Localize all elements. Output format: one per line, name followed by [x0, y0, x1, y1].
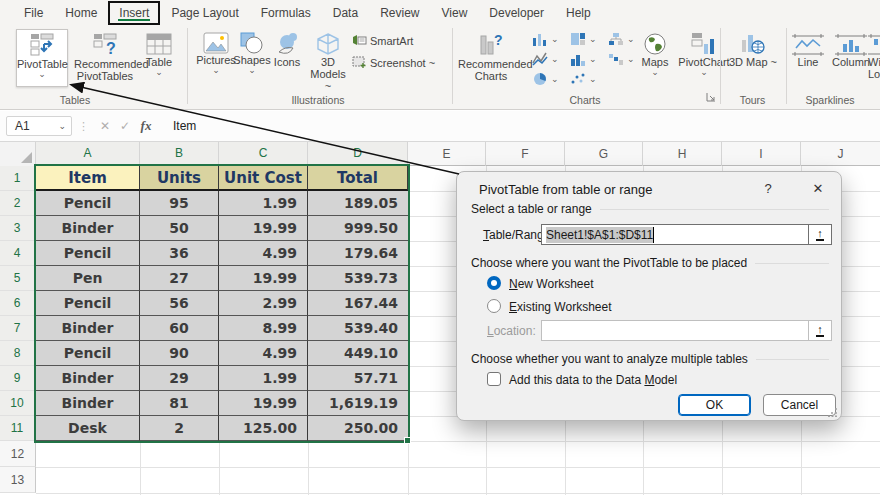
3d-models-button[interactable]: 3D Models ~ [306, 32, 350, 92]
tab-formulas[interactable]: Formulas [250, 2, 322, 24]
winloss-sparkline-button[interactable]: Win/ Loss [868, 34, 880, 80]
row-header[interactable]: 9 [0, 366, 36, 391]
units-cell[interactable]: 56 [140, 291, 219, 316]
cell-b1[interactable]: Units [140, 166, 219, 191]
new-worksheet-radio[interactable] [487, 276, 501, 290]
select-all-corner[interactable] [0, 142, 36, 166]
row-header[interactable]: 2 [0, 191, 36, 216]
pivotchart-button[interactable]: PivotChart ⌄ [678, 32, 730, 76]
fill-handle[interactable] [404, 437, 411, 444]
line-sparkline-button[interactable]: Line [790, 34, 826, 68]
unit-cost-cell[interactable]: 1.99 [219, 191, 308, 216]
unit-cost-cell[interactable]: 19.99 [219, 266, 308, 291]
enter-icon[interactable]: ✓ [115, 119, 135, 133]
total-cell[interactable]: 167.44 [308, 291, 408, 316]
treemap-chart-button[interactable]: ⌄ [570, 32, 597, 46]
waterfall-chart-button[interactable]: ⌄ [608, 52, 635, 66]
total-cell[interactable]: 179.64 [308, 241, 408, 266]
maps-button[interactable]: Maps ⌄ [636, 32, 674, 76]
cancel-icon[interactable]: ✕ [95, 119, 115, 133]
unit-cost-cell[interactable]: 4.99 [219, 241, 308, 266]
close-icon[interactable]: ✕ [805, 179, 831, 199]
units-cell[interactable]: 81 [140, 391, 219, 416]
tab-file[interactable]: File [13, 2, 54, 24]
tab-data[interactable]: Data [322, 2, 369, 24]
formula-input[interactable]: Item [173, 119, 196, 133]
screenshot-button[interactable]: Screenshot ~ [352, 56, 435, 69]
collapse-dialog-button[interactable]: ↑ [808, 224, 832, 245]
units-cell[interactable]: 60 [140, 316, 219, 341]
cell-a1[interactable]: Item [36, 166, 140, 191]
column-header-a[interactable]: A [36, 142, 140, 166]
row-header[interactable]: 4 [0, 241, 36, 266]
item-cell[interactable]: Pencil [36, 191, 140, 216]
column-header-f[interactable]: F [486, 142, 565, 166]
item-cell[interactable]: Binder [36, 216, 140, 241]
column-header-h[interactable]: H [643, 142, 722, 166]
tab-developer[interactable]: Developer [478, 2, 555, 24]
table-range-input[interactable]: Sheet1!$A$1:$D$11 [541, 224, 809, 245]
item-cell[interactable]: Binder [36, 366, 140, 391]
item-cell[interactable]: Binder [36, 391, 140, 416]
pivottable-button[interactable]: PivotTable ⌄ [17, 32, 67, 78]
hierarchy-chart-button[interactable]: ⌄ [608, 32, 635, 46]
item-cell[interactable]: Desk [36, 416, 140, 441]
row-header[interactable]: 5 [0, 266, 36, 291]
total-cell[interactable]: 250.00 [308, 416, 408, 441]
units-cell[interactable]: 27 [140, 266, 219, 291]
unit-cost-cell[interactable]: 125.00 [219, 416, 308, 441]
tab-insert[interactable]: Insert [108, 1, 160, 25]
histogram-chart-button[interactable]: ⌄ [570, 52, 597, 66]
item-cell[interactable]: Pen [36, 266, 140, 291]
total-cell[interactable]: 539.40 [308, 316, 408, 341]
column-header-b[interactable]: B [140, 142, 219, 166]
insert-function-icon[interactable]: fx [135, 118, 157, 134]
ok-button[interactable]: OK [678, 394, 751, 416]
column-header-d[interactable]: D [308, 142, 408, 166]
units-cell[interactable]: 2 [140, 416, 219, 441]
unit-cost-cell[interactable]: 2.99 [219, 291, 308, 316]
row-header[interactable]: 10 [0, 391, 36, 416]
total-cell[interactable]: 57.71 [308, 366, 408, 391]
unit-cost-cell[interactable]: 19.99 [219, 216, 308, 241]
existing-worksheet-radio[interactable] [487, 299, 501, 313]
total-cell[interactable]: 539.73 [308, 266, 408, 291]
row-header[interactable]: 1 [0, 166, 36, 191]
tab-page-layout[interactable]: Page Layout [160, 2, 249, 24]
charts-dialog-launcher-icon[interactable] [706, 92, 716, 102]
column-header-j[interactable]: J [801, 142, 880, 166]
resize-grip-icon[interactable] [828, 407, 838, 417]
line-or-scatter-chart-button[interactable]: ⌄ [532, 52, 559, 66]
units-cell[interactable]: 95 [140, 191, 219, 216]
scatter-chart-button[interactable]: ⌄ [570, 72, 597, 86]
tab-home[interactable]: Home [54, 2, 108, 24]
unit-cost-cell[interactable]: 1.99 [219, 366, 308, 391]
row-header[interactable]: 6 [0, 291, 36, 316]
column-header-i[interactable]: I [722, 142, 801, 166]
3d-map-button[interactable]: 3D Map ~ [728, 32, 778, 68]
name-box[interactable]: A1 ⌄ [6, 116, 72, 136]
total-cell[interactable]: 449.10 [308, 341, 408, 366]
cell-c1[interactable]: Unit Cost [219, 166, 308, 191]
item-cell[interactable]: Pencil [36, 241, 140, 266]
row-header[interactable]: 13 [0, 467, 36, 493]
row-header[interactable]: 7 [0, 316, 36, 341]
data-model-checkbox[interactable] [487, 372, 501, 386]
row-header[interactable]: 8 [0, 341, 36, 366]
total-cell[interactable]: 1,619.19 [308, 391, 408, 416]
units-cell[interactable]: 29 [140, 366, 219, 391]
recommended-charts-button[interactable]: ? Recommended Charts [458, 32, 524, 82]
units-cell[interactable]: 36 [140, 241, 219, 266]
icons-button[interactable]: Icons [268, 32, 306, 68]
column-header-c[interactable]: C [219, 142, 308, 166]
cancel-button[interactable]: Cancel [763, 394, 836, 416]
column-chart-button[interactable]: ⌄ [532, 32, 559, 46]
row-header[interactable]: 11 [0, 416, 36, 441]
table-button[interactable]: Table ⌄ [138, 32, 180, 76]
total-cell[interactable]: 189.05 [308, 191, 408, 216]
column-header-e[interactable]: E [408, 142, 486, 166]
item-cell[interactable]: Binder [36, 316, 140, 341]
recommended-pivottables-button[interactable]: ? Recommended PivotTables [74, 32, 136, 82]
unit-cost-cell[interactable]: 8.99 [219, 316, 308, 341]
tab-view[interactable]: View [431, 2, 479, 24]
